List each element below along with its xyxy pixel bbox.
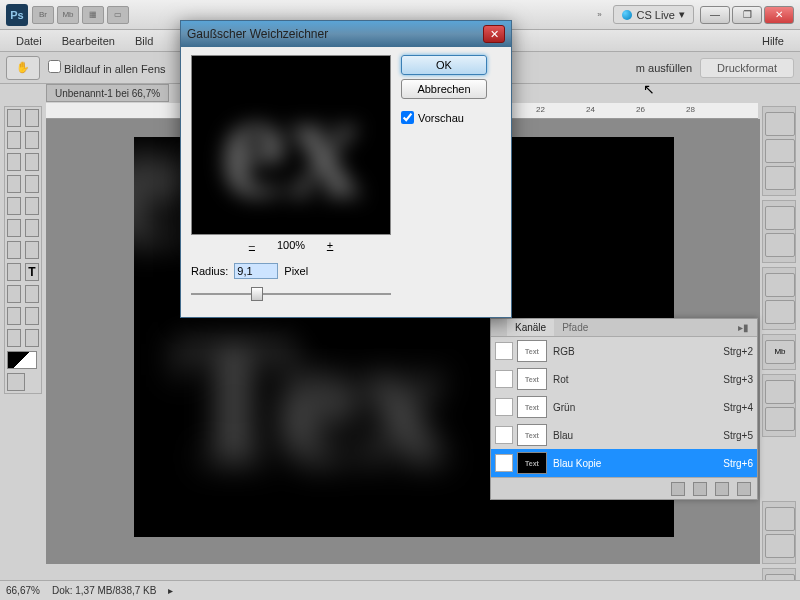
quickmask-toggle[interactable] xyxy=(7,373,25,391)
path-tool[interactable] xyxy=(7,285,21,303)
color-panel-icon[interactable] xyxy=(765,112,795,136)
shape-tool[interactable] xyxy=(25,285,39,303)
gaussian-blur-dialog: Gaußscher Weichzeichner ✕ ex – 100% + Ra… xyxy=(180,20,512,318)
cancel-button[interactable]: Abbrechen xyxy=(401,79,487,99)
dodge-tool[interactable] xyxy=(25,241,39,259)
delete-channel-icon[interactable] xyxy=(737,482,751,496)
channel-row[interactable]: 👁 Text Blau Kopie Strg+6 xyxy=(491,449,757,477)
channels-footer xyxy=(491,477,757,499)
radius-label: Radius: xyxy=(191,265,228,277)
channel-row[interactable]: Text Grün Strg+4 xyxy=(491,393,757,421)
styles-panel-icon[interactable] xyxy=(765,166,795,190)
lasso-tool[interactable] xyxy=(7,131,21,149)
zoom-in-button[interactable]: + xyxy=(321,239,339,253)
hand-tool[interactable] xyxy=(7,329,21,347)
pen-tool[interactable] xyxy=(7,263,21,281)
cs-live-label: CS Live xyxy=(636,9,675,21)
visibility-icon[interactable] xyxy=(495,426,513,444)
brush-tool[interactable] xyxy=(25,175,39,193)
eraser-tool[interactable] xyxy=(7,219,21,237)
move-tool[interactable] xyxy=(7,109,21,127)
healing-tool[interactable] xyxy=(7,175,21,193)
document-tab[interactable]: Unbenannt-1 bei 66,7% xyxy=(46,84,169,102)
channel-thumb: Text xyxy=(517,340,547,362)
swatches-panel-icon[interactable] xyxy=(765,139,795,163)
visibility-icon[interactable] xyxy=(495,398,513,416)
ok-button[interactable]: OK xyxy=(401,55,487,75)
dialog-close-button[interactable]: ✕ xyxy=(483,25,505,43)
radius-slider[interactable] xyxy=(191,285,391,303)
menu-help[interactable]: Hilfe xyxy=(752,35,794,47)
type-tool[interactable]: T xyxy=(25,263,39,281)
panel-menu-icon[interactable]: ▸▮ xyxy=(730,319,757,336)
maximize-button[interactable]: ❐ xyxy=(732,6,762,24)
character-panel-icon[interactable] xyxy=(765,380,795,404)
visibility-icon[interactable] xyxy=(495,370,513,388)
load-selection-icon[interactable] xyxy=(671,482,685,496)
channel-thumb: Text xyxy=(517,368,547,390)
camera-tool[interactable] xyxy=(25,307,39,325)
save-selection-icon[interactable] xyxy=(693,482,707,496)
channel-row[interactable]: Text Rot Strg+3 xyxy=(491,365,757,393)
adjustments-panel-icon[interactable] xyxy=(765,206,795,230)
crop-tool[interactable] xyxy=(7,153,21,171)
tab-channels[interactable]: Kanäle xyxy=(507,319,554,336)
close-button[interactable]: ✕ xyxy=(764,6,794,24)
zoom-level-label: 100% xyxy=(277,239,305,253)
toolbox: T xyxy=(4,106,42,394)
new-channel-icon[interactable] xyxy=(715,482,729,496)
radius-input[interactable] xyxy=(234,263,278,279)
print-format-button[interactable]: Druckformat xyxy=(700,58,794,78)
zoom-tool[interactable] xyxy=(25,329,39,347)
visibility-icon[interactable] xyxy=(495,342,513,360)
marquee-tool[interactable] xyxy=(25,109,39,127)
channel-row[interactable]: Text Blau Strg+5 xyxy=(491,421,757,449)
bridge-icon[interactable]: Br xyxy=(32,6,54,24)
gradient-tool[interactable] xyxy=(25,219,39,237)
tool-indicator-hand[interactable]: ✋ xyxy=(6,56,40,80)
channel-row[interactable]: Text RGB Strg+2 xyxy=(491,337,757,365)
tab-paths[interactable]: Pfade xyxy=(554,319,596,336)
channel-thumb: Text xyxy=(517,452,547,474)
eyedropper-tool[interactable] xyxy=(25,153,39,171)
channel-thumb: Text xyxy=(517,424,547,446)
history-panel-icon[interactable] xyxy=(765,273,795,297)
visibility-icon[interactable]: 👁 xyxy=(495,454,513,472)
right-panel-rail: Mb xyxy=(762,106,796,600)
zoom-out-button[interactable]: – xyxy=(243,239,261,253)
preview-image[interactable]: ex xyxy=(191,55,391,235)
actions-panel-icon[interactable] xyxy=(765,300,795,324)
dialog-titlebar[interactable]: Gaußscher Weichzeichner ✕ xyxy=(181,21,511,47)
minibridge-panel-icon[interactable]: Mb xyxy=(765,340,795,364)
zoom-level[interactable]: 66,67% xyxy=(6,585,40,596)
layers-panel-icon[interactable] xyxy=(765,507,795,531)
minibridge-icon[interactable]: Mb xyxy=(57,6,79,24)
masks-panel-icon[interactable] xyxy=(765,233,795,257)
scroll-all-checkbox[interactable]: Bildlauf in allen Fens xyxy=(48,60,166,75)
paragraph-panel-icon[interactable] xyxy=(765,407,795,431)
menu-file[interactable]: Datei xyxy=(6,35,52,47)
wand-tool[interactable] xyxy=(25,131,39,149)
channels-panel: Kanäle Pfade ▸▮ Text RGB Strg+2 Text Rot… xyxy=(490,318,758,500)
channel-thumb: Text xyxy=(517,396,547,418)
menu-image[interactable]: Bild xyxy=(125,35,163,47)
channel-name: RGB xyxy=(553,346,575,357)
channel-name: Blau xyxy=(553,430,573,441)
expand-icon[interactable]: » xyxy=(588,6,610,24)
fill-option-label: m ausfüllen xyxy=(636,62,692,74)
stamp-tool[interactable] xyxy=(7,197,21,215)
3d-tool[interactable] xyxy=(7,307,21,325)
minimize-button[interactable]: — xyxy=(700,6,730,24)
3d-panel-icon[interactable] xyxy=(765,534,795,558)
fg-bg-swatch[interactable] xyxy=(7,351,37,369)
preview-checkbox[interactable]: Vorschau xyxy=(401,111,487,124)
statusbar-menu-icon[interactable]: ▸ xyxy=(168,585,173,596)
screen-mode-icon[interactable]: ▭ xyxy=(107,6,129,24)
channel-shortcut: Strg+5 xyxy=(723,430,753,441)
menu-edit[interactable]: Bearbeiten xyxy=(52,35,125,47)
tab-hidden[interactable] xyxy=(491,319,507,336)
history-brush-tool[interactable] xyxy=(25,197,39,215)
arrange-icon[interactable]: ▦ xyxy=(82,6,104,24)
blur-tool[interactable] xyxy=(7,241,21,259)
cs-live-button[interactable]: CS Live ▾ xyxy=(613,5,694,24)
